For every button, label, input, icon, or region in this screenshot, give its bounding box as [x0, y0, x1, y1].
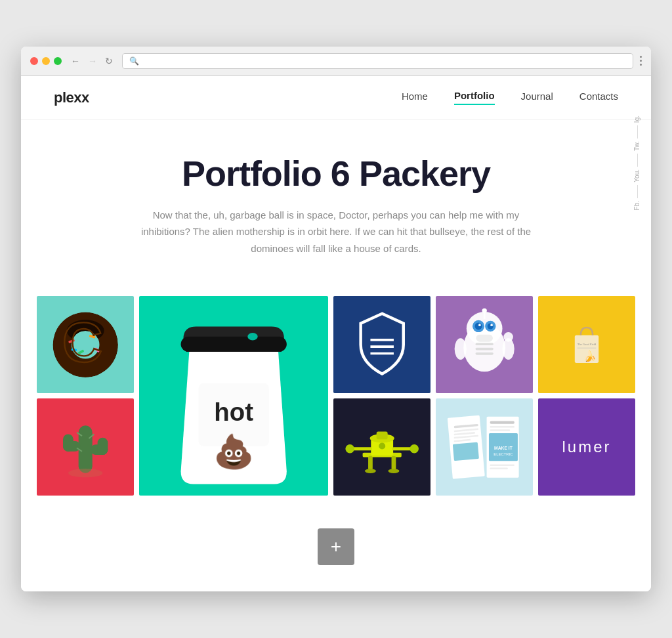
- svg-rect-68: [453, 442, 479, 461]
- grid-item-machine[interactable]: [333, 398, 430, 496]
- svg-rect-39: [78, 425, 92, 473]
- svg-rect-34: [475, 352, 493, 355]
- svg-rect-56: [368, 456, 373, 470]
- social-divider: [637, 185, 638, 198]
- svg-rect-57: [391, 456, 396, 470]
- nav-journal[interactable]: Journal: [521, 91, 553, 104]
- svg-point-29: [454, 338, 466, 360]
- browser-menu-button[interactable]: [640, 56, 642, 66]
- grid-item-cactus[interactable]: [37, 398, 134, 496]
- back-button[interactable]: ←: [68, 54, 83, 68]
- food-bag-icon: The Good Field 🍌: [570, 322, 604, 367]
- menu-dot: [640, 64, 642, 66]
- nav-contacts[interactable]: Contacts: [579, 91, 618, 104]
- svg-point-60: [379, 442, 385, 449]
- load-more-section: +: [21, 509, 651, 591]
- nav-buttons: ← → ↻: [68, 54, 116, 68]
- svg-point-25: [490, 324, 493, 326]
- svg-rect-70: [490, 426, 514, 428]
- cup-icon: hot 💩: [158, 301, 309, 490]
- svg-point-14: [247, 333, 257, 341]
- browser-chrome: ← → ↻ 🔍: [21, 47, 651, 76]
- svg-point-59: [388, 469, 399, 473]
- svg-rect-33: [475, 348, 493, 351]
- donut-icon: C: [47, 306, 124, 383]
- traffic-lights: [30, 57, 62, 65]
- svg-rect-76: [490, 468, 507, 470]
- svg-rect-75: [490, 464, 514, 466]
- refresh-button[interactable]: ↻: [102, 54, 116, 68]
- site-header: plexx Home Portfolio Journal Contacts Ig…: [21, 76, 651, 120]
- svg-text:💩: 💩: [213, 432, 255, 471]
- cup-content: hot 💩: [139, 301, 328, 490]
- svg-point-24: [478, 324, 481, 326]
- grid-item-robot[interactable]: [436, 296, 533, 393]
- portfolio-grid: C hot: [21, 283, 651, 509]
- magazine-icon: MAKE IT ELECTRIC: [446, 408, 523, 486]
- menu-dot: [640, 56, 642, 58]
- svg-rect-69: [490, 421, 514, 423]
- svg-text:ELECTRIC: ELECTRIC: [494, 452, 513, 456]
- svg-rect-32: [475, 343, 493, 346]
- svg-rect-51: [377, 432, 388, 440]
- browser-window: ← → ↻ 🔍 plexx Home Portfolio Journal: [21, 47, 651, 592]
- social-facebook[interactable]: Fb.: [634, 201, 640, 210]
- svg-point-54: [345, 444, 354, 454]
- svg-rect-71: [490, 429, 509, 431]
- svg-rect-28: [476, 335, 492, 342]
- maximize-button[interactable]: [54, 57, 62, 65]
- page-content: plexx Home Portfolio Journal Contacts Ig…: [21, 76, 651, 592]
- svg-point-47: [68, 469, 103, 477]
- svg-point-55: [410, 444, 419, 454]
- robot-icon: [446, 306, 523, 383]
- grid-item-lumer[interactable]: lumer: [538, 398, 635, 496]
- grid-item-bag[interactable]: The Good Field 🍌: [538, 296, 635, 393]
- nav-home[interactable]: Home: [402, 91, 428, 104]
- forward-button[interactable]: →: [85, 54, 100, 68]
- search-icon: 🔍: [129, 56, 139, 66]
- address-bar[interactable]: 🔍: [122, 53, 633, 69]
- grid-item-magazine[interactable]: MAKE IT ELECTRIC: [436, 398, 533, 496]
- close-button[interactable]: [30, 57, 38, 65]
- social-divider: [637, 154, 638, 167]
- menu-dot: [640, 60, 642, 62]
- svg-point-31: [503, 332, 513, 342]
- svg-point-22: [474, 323, 482, 330]
- grid-item-shield[interactable]: [333, 296, 430, 393]
- svg-point-27: [482, 308, 486, 313]
- social-sidebar: Ig. Tw. You. Fb.: [634, 116, 640, 210]
- machine-icon: [343, 408, 421, 486]
- url-input[interactable]: [143, 56, 626, 66]
- svg-point-23: [488, 323, 494, 329]
- social-twitter[interactable]: Tw.: [634, 141, 640, 151]
- lumer-logo: lumer: [562, 438, 611, 456]
- site-logo[interactable]: plexx: [54, 89, 89, 106]
- nav-portfolio[interactable]: Portfolio: [454, 90, 495, 105]
- svg-text:🍌: 🍌: [583, 351, 597, 363]
- shield-icon: [343, 306, 421, 383]
- svg-text:C: C: [62, 311, 102, 373]
- social-youtube[interactable]: You.: [634, 169, 640, 182]
- social-divider: [637, 125, 638, 138]
- main-nav: Home Portfolio Journal Contacts: [402, 90, 618, 105]
- bag-content: The Good Field 🍌: [566, 322, 608, 367]
- social-instagram[interactable]: Ig.: [634, 116, 640, 123]
- hero-section: Portfolio 6 Packery Now that the, uh, ga…: [21, 120, 651, 284]
- svg-text:hot: hot: [214, 398, 253, 427]
- svg-text:The Good Field: The Good Field: [578, 343, 597, 347]
- svg-rect-10: [180, 337, 286, 352]
- svg-rect-43: [97, 438, 108, 455]
- grid-item-cup[interactable]: hot 💩: [139, 296, 328, 496]
- svg-rect-41: [63, 435, 74, 452]
- svg-point-58: [365, 469, 376, 473]
- svg-text:MAKE IT: MAKE IT: [494, 446, 513, 450]
- cactus-icon: [47, 408, 124, 486]
- browser-controls: ← → ↻ 🔍: [30, 53, 642, 69]
- grid-item-donut[interactable]: C: [37, 296, 134, 393]
- hero-description: Now that the, uh, garbage ball is in spa…: [133, 207, 539, 257]
- load-more-button[interactable]: +: [318, 528, 354, 565]
- hero-title: Portfolio 6 Packery: [74, 153, 598, 194]
- minimize-button[interactable]: [42, 57, 50, 65]
